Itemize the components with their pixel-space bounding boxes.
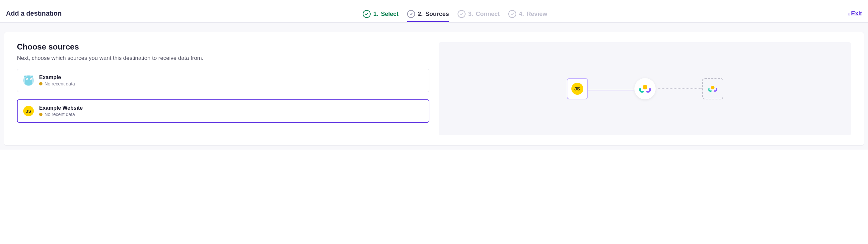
step-num: 2. bbox=[418, 11, 423, 18]
check-circle-icon bbox=[407, 10, 415, 18]
source-item-example[interactable]: Example No recent data bbox=[17, 69, 429, 92]
status-dot-icon bbox=[39, 82, 42, 85]
check-circle-icon bbox=[363, 10, 371, 18]
step-connect[interactable]: 3. Connect bbox=[458, 5, 500, 22]
source-status: No recent data bbox=[39, 112, 83, 117]
step-label: Connect bbox=[476, 11, 500, 18]
diagram-source-node: JS bbox=[567, 78, 588, 100]
step-sources[interactable]: 2. Sources bbox=[407, 5, 449, 22]
step-label: Sources bbox=[425, 11, 449, 18]
javascript-icon: JS bbox=[571, 83, 583, 95]
connector-line bbox=[588, 90, 634, 90]
diagram-hub-node bbox=[634, 78, 656, 100]
header: Add a destination 1. Select 2. Sources 3… bbox=[0, 0, 868, 23]
step-label: Select bbox=[381, 11, 399, 18]
source-name: Example bbox=[39, 75, 75, 80]
section-title: Choose sources bbox=[17, 42, 429, 52]
source-status-text: No recent data bbox=[44, 112, 75, 117]
connector-dotted-line bbox=[656, 88, 702, 89]
choose-sources-panel: Choose sources Next, choose which source… bbox=[17, 42, 429, 135]
source-status-text: No recent data bbox=[44, 81, 75, 86]
section-subtitle: Next, choose which sources you want this… bbox=[17, 55, 429, 61]
pipeline-diagram: JS bbox=[439, 78, 851, 100]
source-name: Example Website bbox=[39, 105, 83, 111]
diagram-destination-node bbox=[702, 78, 723, 100]
stepper: 1. Select 2. Sources 3. Connect 4. Revie… bbox=[363, 5, 547, 22]
exit-link[interactable]: ‹ Exit bbox=[848, 10, 862, 17]
chevron-left-icon: ‹ bbox=[848, 11, 850, 16]
step-num: 3. bbox=[468, 11, 473, 18]
go-gopher-icon bbox=[23, 75, 34, 86]
check-circle-icon bbox=[508, 10, 516, 18]
check-circle-icon bbox=[458, 10, 466, 18]
page-body: Choose sources Next, choose which source… bbox=[0, 23, 868, 150]
step-num: 1. bbox=[373, 11, 378, 18]
source-item-example-website[interactable]: JS Example Website No recent data bbox=[17, 100, 429, 123]
segment-logo-icon bbox=[708, 84, 717, 93]
step-review[interactable]: 4. Review bbox=[508, 5, 547, 22]
source-status: No recent data bbox=[39, 81, 75, 86]
pipeline-diagram-panel: JS bbox=[439, 42, 851, 135]
content-card: Choose sources Next, choose which source… bbox=[4, 32, 864, 145]
page-title: Add a destination bbox=[6, 10, 62, 17]
step-num: 4. bbox=[519, 11, 524, 18]
source-list: Example No recent data JS Example Websit… bbox=[17, 69, 429, 123]
segment-logo-icon bbox=[639, 83, 651, 95]
step-select[interactable]: 1. Select bbox=[363, 5, 399, 22]
status-dot-icon bbox=[39, 113, 42, 116]
step-label: Review bbox=[527, 11, 547, 18]
exit-label: Exit bbox=[851, 10, 862, 17]
javascript-icon: JS bbox=[23, 106, 34, 116]
